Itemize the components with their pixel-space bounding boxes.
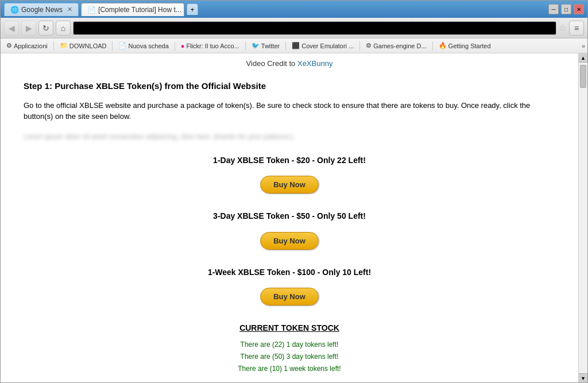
nav-bar: ◀ ▶ ↻ ⌂ ☆ ≡ — [1, 18, 587, 38]
token-1day-label: 1-Day XBLSE Token - $20 - Only 22 Left! — [24, 154, 555, 167]
tab-icon: 📄 — [87, 6, 96, 14]
scroll-up-button[interactable]: ▲ — [579, 53, 587, 63]
buy-now-1day-button[interactable]: Buy Now — [260, 176, 319, 194]
title-bar: 🌐 Google News ✕ 📄 [Complete Tutorial] Ho… — [1, 1, 587, 18]
step-heading: Step 1: Purchase XBLSE Token(s) from the… — [24, 79, 555, 93]
bookmark-label: Flickr: Il tuo Acco... — [186, 42, 239, 49]
separator — [175, 41, 175, 51]
stock-line-3day: There are (50) 3 day tokens left! — [24, 351, 555, 362]
flickr-icon: ● — [181, 42, 185, 49]
page-icon: 📄 — [118, 42, 126, 49]
twitter-icon: 🐦 — [252, 42, 260, 49]
menu-button[interactable]: ≡ — [569, 21, 584, 36]
tab-close[interactable]: ✕ — [67, 6, 72, 13]
buy-now-1week-button[interactable]: Buy Now — [260, 288, 319, 305]
scroll-thumb[interactable] — [580, 65, 586, 88]
cover-icon: ⬛ — [292, 42, 300, 49]
bookmark-applicazioni[interactable]: ⚙ Applicazioni — [3, 41, 51, 51]
bookmark-getting-started[interactable]: 🔥 Getting Started — [435, 41, 494, 51]
bookmark-label: Getting Started — [448, 42, 491, 49]
scrollbar[interactable]: ▲ ▼ — [578, 53, 587, 382]
tab-complete-tutorial[interactable]: 📄 [Complete Tutorial] How t... ✕ — [81, 3, 184, 16]
bookmark-star[interactable]: ☆ — [559, 22, 567, 33]
page-area: Video Credit to XeXBunny Step 1: Purchas… — [1, 53, 587, 382]
maximize-button[interactable]: □ — [561, 4, 571, 14]
bookmark-label: Applicazioni — [14, 42, 48, 49]
separator — [359, 41, 360, 51]
reload-button[interactable]: ↻ — [38, 21, 53, 36]
back-button[interactable]: ◀ — [4, 21, 19, 36]
token-3day-section: 3-Day XBLSE Token - $50 - Only 50 Left! … — [24, 210, 555, 254]
forward-button[interactable]: ▶ — [21, 21, 36, 36]
blurred-text: Lorem ipsum dolor sit amet consectetur a… — [24, 131, 555, 142]
bookmark-download[interactable]: 📁 DOWNLOAD — [56, 41, 110, 51]
stock-heading: CURRENT TOKEN STOCK — [24, 322, 555, 334]
separator — [245, 41, 246, 51]
applicazioni-icon: ⚙ — [6, 42, 12, 49]
bookmark-flickr[interactable]: ● Flickr: Il tuo Acco... — [177, 41, 243, 51]
page-content: Video Credit to XeXBunny Step 1: Purchas… — [1, 53, 578, 382]
browser-window: 🌐 Google News ✕ 📄 [Complete Tutorial] Ho… — [0, 0, 588, 383]
folder-icon: 📁 — [60, 42, 68, 49]
bookmark-twitter[interactable]: 🐦 Twitter — [248, 41, 283, 51]
bookmarks-bar: ⚙ Applicazioni 📁 DOWNLOAD 📄 Nuova scheda… — [1, 38, 587, 53]
new-tab-button[interactable]: + — [187, 3, 198, 15]
token-3day-label: 3-Day XBLSE Token - $50 - Only 50 Left! — [24, 210, 555, 222]
stock-section: CURRENT TOKEN STOCK There are (22) 1 day… — [24, 322, 555, 374]
bookmark-label: Nuova scheda — [128, 42, 168, 49]
credit-link[interactable]: XeXBunny — [297, 59, 332, 68]
bookmark-games-engine[interactable]: ⚙ Games-engine D... — [362, 41, 430, 51]
address-bar[interactable] — [73, 21, 556, 35]
close-button[interactable]: ✕ — [574, 4, 584, 14]
scroll-down-button[interactable]: ▼ — [579, 373, 587, 382]
window-controls: ─ □ ✕ — [548, 4, 584, 14]
token-1day-section: 1-Day XBLSE Token - $20 - Only 22 Left! … — [24, 154, 555, 198]
home-button[interactable]: ⌂ — [56, 21, 71, 36]
bookmark-cover-emulatori[interactable]: ⬛ Cover Emulatori ... — [288, 41, 357, 51]
games-icon: ⚙ — [366, 42, 372, 49]
stock-line-1week: There are (10) 1 week tokens left! — [24, 363, 555, 374]
bookmark-label: Games-engine D... — [373, 42, 426, 49]
separator — [285, 41, 286, 51]
minimize-button[interactable]: ─ — [548, 4, 559, 14]
intro-text: Go to the official XBLSE website and pur… — [24, 100, 555, 122]
bookmark-label: DOWNLOAD — [69, 42, 107, 49]
tab-strip-area: 🌐 Google News ✕ 📄 [Complete Tutorial] Ho… — [4, 3, 198, 16]
buy-now-3day-button[interactable]: Buy Now — [260, 232, 319, 250]
credit-line: Video Credit to XeXBunny — [24, 58, 555, 70]
tab-google-news[interactable]: 🌐 Google News ✕ — [4, 3, 79, 16]
bookmark-label: Cover Emulatori ... — [301, 42, 354, 49]
separator — [432, 41, 433, 51]
bookmark-nuova-scheda[interactable]: 📄 Nuova scheda — [115, 41, 172, 51]
token-1week-label: 1-Week XBLSE Token - $100 - Only 10 Left… — [24, 266, 555, 278]
stock-line-1day: There are (22) 1 day tokens left! — [24, 339, 555, 350]
bookmark-label: Twitter — [261, 42, 280, 49]
tab-label: [Complete Tutorial] How t... — [98, 6, 181, 14]
separator — [112, 41, 113, 51]
started-icon: 🔥 — [439, 42, 447, 49]
tab-label: Google News — [21, 6, 63, 14]
tab-icon: 🌐 — [10, 6, 19, 14]
bookmarks-more[interactable]: » — [582, 42, 585, 49]
separator — [53, 41, 54, 51]
token-1week-section: 1-Week XBLSE Token - $100 - Only 10 Left… — [24, 266, 555, 310]
